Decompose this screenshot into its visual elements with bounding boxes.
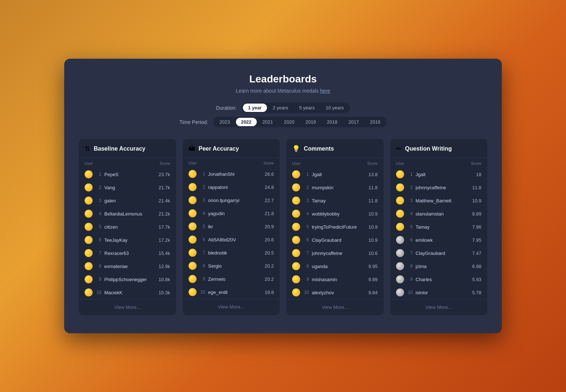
rank-number: 10 — [199, 290, 205, 295]
period-2022[interactable]: 2022 — [236, 118, 257, 126]
avatar — [396, 275, 404, 283]
table-row: 4 BellardiaLemonus 21.2k — [79, 207, 176, 220]
score-value: 20.2 — [265, 276, 274, 282]
username[interactable]: Ab5A8bd20V — [208, 237, 262, 242]
username[interactable]: blednotik — [208, 250, 262, 256]
username[interactable]: yagudin — [208, 211, 262, 216]
username[interactable]: MaciekK — [104, 290, 156, 295]
username[interactable]: PepeS — [104, 172, 156, 177]
view-more-button[interactable]: View More... — [286, 299, 384, 315]
board-comments: 💡 Comments User Score 1 Jgalt 13.8 2 mum… — [286, 139, 384, 315]
username[interactable]: jzima — [416, 264, 469, 269]
avatar — [292, 262, 300, 270]
username[interactable]: Tamay — [416, 224, 469, 230]
period-2021[interactable]: 2021 — [257, 118, 278, 126]
medals-link[interactable]: here — [320, 88, 330, 94]
username[interactable]: ClayGraubard — [312, 237, 365, 243]
username[interactable]: PhilippSchoenegger — [104, 277, 156, 282]
avatar — [292, 223, 300, 231]
username[interactable]: johnnycaffeine — [312, 251, 365, 256]
username[interactable]: isinlor — [416, 290, 469, 295]
rank-number: 8 — [96, 264, 101, 269]
username[interactable]: alexlyzhov — [312, 290, 365, 295]
username[interactable]: citizen — [104, 224, 156, 230]
main-window: Leaderboards Learn more about Metaculus … — [64, 59, 502, 333]
username[interactable]: Jgalt — [312, 172, 365, 177]
username[interactable]: ege_erdil — [208, 290, 262, 295]
avatar — [85, 236, 93, 244]
column-headers: User Score — [286, 158, 384, 168]
score-value: 9.84 — [368, 290, 377, 295]
score-value: 10.8k — [159, 277, 170, 282]
username[interactable]: exmateriae — [104, 264, 156, 269]
column-headers: User Score — [79, 158, 176, 168]
avatar — [85, 170, 93, 178]
table-row: 6 Ab5A8bd20V 20.6 — [183, 233, 280, 246]
username[interactable]: uganda — [312, 264, 365, 269]
duration-10years[interactable]: 10 years — [321, 104, 349, 112]
username[interactable]: wobblybobby — [312, 211, 365, 217]
username[interactable]: lkr — [208, 224, 262, 229]
username[interactable]: mumpskin — [312, 185, 365, 190]
score-value: 9.95 — [368, 264, 377, 269]
board-header: 💡 Comments — [286, 139, 384, 158]
username[interactable]: rappatoni — [208, 185, 262, 190]
rank-number: 1 — [407, 172, 413, 177]
board-title: Comments — [304, 145, 334, 152]
table-row: 8 exmateriae 12.9k — [79, 260, 176, 273]
table-row: 5 tryingToPredictFuture 10.9 — [286, 220, 384, 233]
period-2019[interactable]: 2019 — [300, 118, 321, 126]
username[interactable]: Sergio — [208, 263, 262, 269]
board-icon: ✏ — [396, 145, 402, 153]
period-2020[interactable]: 2020 — [279, 118, 300, 126]
board-icon: 🏔 — [189, 145, 195, 152]
username[interactable]: Vang — [104, 185, 156, 190]
username[interactable]: emilowk — [416, 237, 469, 243]
username[interactable]: Tamay — [312, 198, 365, 203]
username[interactable]: Jgalt — [416, 172, 473, 177]
duration-1year[interactable]: 1 year — [243, 104, 267, 112]
username[interactable]: johnnycaffeine — [416, 185, 469, 190]
username[interactable]: tryingToPredictFuture — [312, 224, 365, 230]
view-more-button[interactable]: View More... — [183, 299, 280, 315]
board-question_writing: ✏ Question Writing User Score 1 Jgalt 18… — [390, 139, 488, 315]
username[interactable]: orion.tjungarryi — [208, 198, 262, 203]
duration-5years[interactable]: 5 years — [294, 104, 320, 112]
score-value: 10.3k — [159, 290, 170, 295]
period-2018[interactable]: 2018 — [322, 118, 342, 126]
username[interactable]: BellardiaLemonus — [104, 211, 156, 217]
username[interactable]: Charles — [416, 277, 469, 282]
username[interactable]: Matthew_Barnett — [416, 198, 469, 203]
view-more-button[interactable]: View More... — [79, 299, 176, 315]
view-more-button[interactable]: View More... — [390, 299, 488, 315]
username[interactable]: Rexracer63 — [104, 251, 156, 256]
rank-number: 7 — [199, 250, 205, 255]
score-value: 10.6 — [368, 251, 377, 256]
username[interactable]: Zermelo — [208, 276, 262, 282]
rank-number: 10 — [407, 290, 413, 295]
username[interactable]: JonathanShi — [208, 171, 262, 177]
rank-number: 1 — [199, 171, 205, 176]
board-title: Peer Accuracy — [199, 145, 239, 152]
table-row: 8 Sergio 20.2 — [183, 259, 280, 272]
avatar — [292, 275, 300, 283]
username[interactable]: stanulamstan — [416, 211, 469, 217]
rank-number: 4 — [303, 211, 309, 216]
period-2017[interactable]: 2017 — [343, 118, 364, 126]
table-row: 5 citizen 17.7k — [79, 220, 176, 233]
period-2023[interactable]: 2023 — [214, 118, 235, 126]
username[interactable]: TeeJayKay — [104, 237, 156, 243]
table-row: 1 PepeS 23.7k — [79, 168, 176, 181]
avatar — [85, 249, 93, 257]
username[interactable]: galen — [104, 198, 156, 203]
score-value: 21.7k — [159, 185, 170, 190]
period-2016[interactable]: 2016 — [365, 118, 385, 126]
score-col-label: Score — [263, 161, 274, 165]
score-value: 17.2k — [159, 237, 170, 243]
username[interactable]: ClayGraubard — [416, 251, 469, 256]
board-title: Baseline Accuracy — [94, 145, 146, 152]
username[interactable]: mishasamin — [312, 277, 365, 282]
table-row: 10 MaciekK 10.3k — [79, 286, 176, 299]
duration-2years[interactable]: 2 years — [268, 104, 294, 112]
table-row: 7 blednotik 20.5 — [183, 246, 280, 259]
